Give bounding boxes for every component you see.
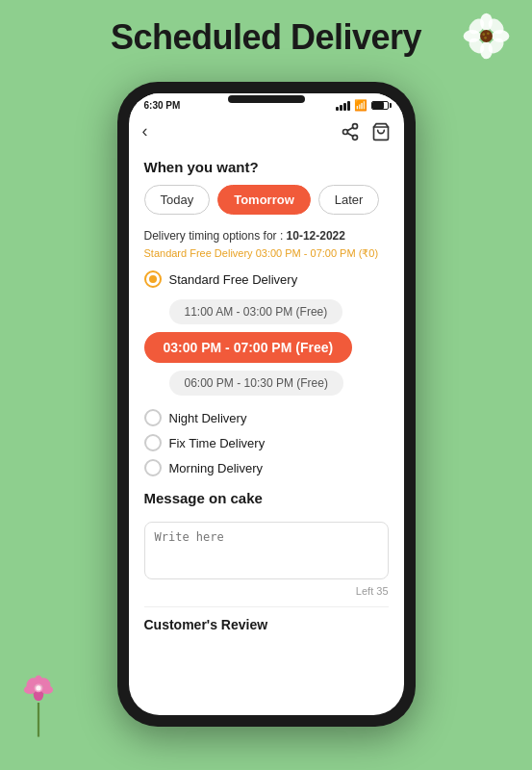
radio-dot-standard	[149, 275, 157, 283]
radio-fixtime[interactable]: Fix Time Delivery	[144, 434, 389, 451]
timing-label: Delivery timing options for : 10-12-2022	[144, 229, 345, 243]
svg-point-9	[480, 30, 493, 42]
radio-circle-fixtime	[144, 434, 162, 451]
timing-prefix: Delivery timing options for :	[144, 229, 284, 243]
message-section: Message on cake Left 35	[144, 490, 389, 597]
wifi-icon: 📶	[354, 99, 367, 112]
battery-icon	[371, 101, 389, 110]
page-title: Scheduled Delivery	[0, 0, 532, 67]
slot-afternoon[interactable]: 03:00 PM - 07:00 PM (Free)	[144, 332, 353, 363]
status-time: 6:30 PM	[144, 100, 181, 111]
customer-review-title: Customer's Review	[144, 606, 389, 638]
timing-free: Standard Free Delivery 03:00 PM - 07:00 …	[144, 247, 379, 259]
message-title: Message on cake	[144, 490, 389, 506]
delivery-type-group: Standard Free Delivery 11:00 AM - 03:00 …	[144, 270, 389, 476]
message-input[interactable]	[144, 522, 389, 579]
radio-circle-morning	[144, 459, 162, 476]
time-slots: 11:00 AM - 03:00 PM (Free) 03:00 PM - 07…	[144, 295, 389, 399]
phone-screen: 6:30 PM 📶 ‹	[129, 93, 404, 715]
radio-circle-night	[144, 409, 162, 426]
share-icon[interactable]	[341, 122, 360, 141]
svg-point-11	[487, 32, 490, 35]
radio-circle-standard	[144, 270, 162, 288]
bag-icon[interactable]	[371, 122, 391, 141]
timing-date-value: 10-12-2022	[287, 229, 345, 243]
char-count: Left 35	[144, 585, 389, 597]
option-later[interactable]: Later	[318, 185, 380, 215]
svg-point-12	[484, 37, 487, 39]
signal-icon	[336, 101, 350, 111]
svg-line-26	[347, 133, 353, 136]
slot-morning[interactable]: 11:00 AM - 03:00 PM (Free)	[169, 299, 343, 324]
status-icons: 📶	[336, 99, 389, 112]
phone-frame: 6:30 PM 📶 ‹	[117, 82, 416, 727]
back-button[interactable]: ‹	[142, 121, 148, 141]
radio-night[interactable]: Night Delivery	[144, 409, 389, 426]
flower-decoration-bottom	[10, 664, 67, 741]
flower-decoration-top	[460, 10, 513, 63]
option-today[interactable]: Today	[144, 185, 211, 215]
radio-label-fixtime: Fix Time Delivery	[169, 436, 266, 450]
top-nav: ‹	[129, 116, 404, 149]
radio-morning[interactable]: Morning Delivery	[144, 459, 389, 476]
radio-standard[interactable]: Standard Free Delivery	[144, 270, 389, 288]
screen-content[interactable]: When you want? Today Tomorrow Later Deli…	[129, 149, 404, 715]
radio-label-standard: Standard Free Delivery	[169, 272, 298, 287]
radio-label-night: Night Delivery	[169, 411, 247, 425]
delivery-day-options: Today Tomorrow Later	[144, 185, 389, 215]
svg-line-27	[347, 127, 353, 130]
timing-info: Delivery timing options for : 10-12-2022…	[144, 226, 389, 261]
radio-label-morning: Morning Delivery	[169, 461, 264, 475]
option-tomorrow[interactable]: Tomorrow	[217, 185, 311, 215]
slot-evening[interactable]: 06:00 PM - 10:30 PM (Free)	[169, 371, 343, 396]
svg-point-10	[482, 33, 485, 36]
nav-actions	[341, 122, 391, 141]
svg-point-22	[36, 685, 40, 690]
when-question: When you want?	[144, 159, 389, 175]
